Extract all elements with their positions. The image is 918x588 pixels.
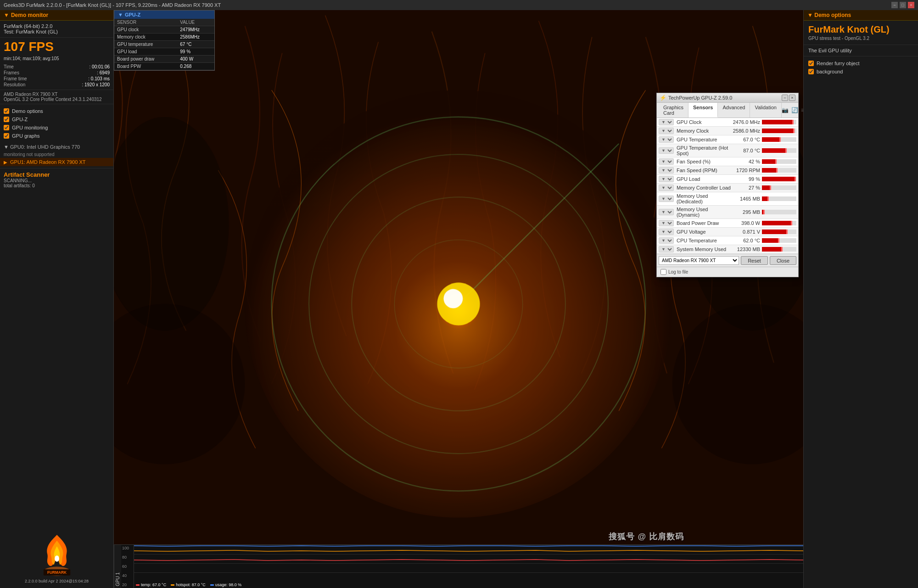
y-axis: 100 80 60 40 20 <box>121 545 134 588</box>
tpu-sensor-dropdown[interactable]: ▼ <box>659 167 674 174</box>
option-background-label: background <box>817 69 843 74</box>
tpu-sensor-row: ▼ GPU Load 99 % <box>657 175 798 184</box>
title-bar: Geeks3D FurMark 2.2.0.0 - [FurMark Knot … <box>0 0 918 10</box>
tpu-toolbar-icons: 📷 🔄 ≡ <box>782 103 803 118</box>
close-button[interactable]: × <box>908 2 914 8</box>
center-area: ▼ GPU-Z SENSOR VALUE GPU clock2479MHzMem… <box>114 10 803 588</box>
tpu-sensor-dropdown[interactable]: ▼ <box>659 147 674 154</box>
tpu-sensor-name: ▼ Memory Controller Load <box>659 185 732 191</box>
tpu-sensor-value: 27 % <box>732 185 762 190</box>
tpu-tab-validation[interactable]: Validation <box>750 103 782 118</box>
bottom-graph: GPU 1 100 80 60 40 20 <box>114 544 803 588</box>
artifact-status: SCANNING... <box>4 178 110 183</box>
stat-time: Time : 00:01:06 <box>4 64 110 70</box>
window-buttons: − □ × <box>891 2 914 8</box>
tpu-bar-container <box>762 230 796 234</box>
checkbox-demo-options[interactable]: Demo options <box>4 107 110 115</box>
tpu-bar <box>762 168 778 173</box>
evil-gpu-label: The Evil GPU utility <box>804 45 918 56</box>
tpu-bar <box>762 247 783 252</box>
version-text: FurMark (64-bit) 2.2.0 <box>4 23 110 29</box>
right-panel-arrow: ▼ <box>807 12 813 18</box>
logo-area: FURMARK 2.2.0.0 build Apr 2 2024@15:04:2… <box>0 526 113 588</box>
tpu-sensor-dropdown[interactable]: ▼ <box>659 229 674 235</box>
tpu-bar <box>762 185 771 190</box>
gpu0-header[interactable]: ▼ GPU0: Intel UHD Graphics 770 <box>0 143 113 151</box>
tpu-bar-container <box>762 177 796 181</box>
tpu-log-checkbox-area: Log to file <box>661 269 688 275</box>
tpu-bar <box>762 159 777 164</box>
gpu-info: AMD Radeon RX 7900 XT OpenGL 3.2 Core Pr… <box>0 90 113 104</box>
tpu-bar <box>762 221 792 225</box>
legend-hotspot: hotspot: 87.0 °C <box>171 582 206 587</box>
tpu-sensor-row: ▼ Memory Clock 2586.0 MHz <box>657 127 798 135</box>
tpu-sensor-name: ▼ GPU Load <box>659 176 732 182</box>
tpu-close-btn[interactable]: × <box>789 95 795 101</box>
tpu-sensor-dropdown[interactable]: ▼ <box>659 119 674 125</box>
tpu-window-title: TechPowerUp GPU-Z 2.59.0 <box>668 95 732 101</box>
tpu-sensor-name: ▼ GPU Temperature <box>659 136 732 143</box>
checkbox-gpu-monitoring[interactable]: GPU monitoring <box>4 123 110 132</box>
tpu-bar-container <box>762 137 796 142</box>
tpu-bar-peak <box>793 129 795 133</box>
tpu-sensor-dropdown[interactable]: ▼ <box>659 128 674 134</box>
tpu-bar-container <box>762 120 796 124</box>
tpu-sensor-dropdown[interactable]: ▼ <box>659 237 674 244</box>
tpu-sensor-value: 1465 MB <box>732 196 762 202</box>
tpu-bar-container <box>762 247 796 252</box>
checkbox-gpuz[interactable]: GPU-Z <box>4 115 110 123</box>
tpu-sensor-value: 67.0 °C <box>732 137 762 142</box>
tpu-bar-peak <box>767 196 769 201</box>
option-render-furry[interactable]: Render furry object <box>808 59 913 67</box>
tpu-tab-graphics-card[interactable]: Graphics Card <box>659 103 688 118</box>
tpu-sensor-dropdown[interactable]: ▼ <box>659 220 674 226</box>
tpu-sensor-value: 398.0 W <box>732 220 762 226</box>
gpu1-header[interactable]: ▶ GPU1: AMD Radeon RX 7900 XT <box>0 158 113 166</box>
legend-area: temp: 67.0 °C hotspot: 87.0 °C usage: 98… <box>134 582 803 588</box>
gpuz-row: Board PPW0.268 <box>114 63 214 70</box>
tpu-select-row: AMD Radeon RX 7900 XT Reset Close <box>657 254 798 267</box>
right-panel: ▼ Demo options FurMark Knot (GL) GPU str… <box>803 10 918 588</box>
fps-display: 107 FPS <box>0 38 113 55</box>
tpu-title-left: ⚡ TechPowerUp GPU-Z 2.59.0 <box>660 95 732 101</box>
minimize-button[interactable]: − <box>891 2 898 8</box>
tpu-sensor-dropdown[interactable]: ▼ <box>659 136 674 143</box>
tpu-tab-sensors[interactable]: Sensors <box>688 103 718 118</box>
tpu-sensor-dropdown[interactable]: ▼ <box>659 196 674 202</box>
hotspot-color-dot <box>171 584 174 586</box>
tpu-sensor-name: ▼ Memory Clock <box>659 128 732 134</box>
gpuz-title: GPU-Z <box>125 12 140 17</box>
tpu-reset-btn[interactable]: Reset <box>741 256 768 265</box>
tpu-sensor-dropdown[interactable]: ▼ <box>659 185 674 191</box>
tpu-sensor-row: ▼ GPU Temperature (Hot Spot) 87.0 °C <box>657 144 798 157</box>
left-panel: ▼ Demo monitor FurMark (64-bit) 2.2.0 Te… <box>0 10 114 588</box>
tpu-log-checkbox[interactable] <box>661 269 666 275</box>
tpu-sensor-value: 0.871 V <box>732 229 762 235</box>
option-background[interactable]: background <box>808 67 913 76</box>
tpu-sensor-row: ▼ Memory Controller Load 27 % <box>657 184 798 192</box>
tpu-sensor-dropdown[interactable]: ▼ <box>659 158 674 165</box>
tpu-sensor-value: 2476.0 MHz <box>732 119 762 125</box>
tpu-bar-peak <box>786 230 788 234</box>
stat-resolution: Resolution : 1920 x 1200 <box>4 82 110 88</box>
tpu-bar-peak <box>779 137 781 142</box>
demo-info: FurMark (64-bit) 2.2.0 Test: FurMark Kno… <box>0 21 113 38</box>
gpuz-header: ▼ GPU-Z <box>114 11 214 19</box>
tpu-sensor-row: ▼ CPU Temperature 62.0 °C <box>657 236 798 245</box>
tpu-gpu-select[interactable]: AMD Radeon RX 7900 XT <box>659 256 739 265</box>
tpu-camera-icon[interactable]: 📷 <box>782 107 789 113</box>
tpu-bar <box>762 210 765 214</box>
tpu-footer: Log to file <box>657 267 798 277</box>
tpu-close-btn-bottom[interactable]: Close <box>770 256 796 265</box>
checkbox-gpu-graphs[interactable]: GPU graphs <box>4 132 110 140</box>
right-panel-title: Demo options <box>814 12 851 18</box>
tpu-sensor-dropdown[interactable]: ▼ <box>659 209 674 215</box>
tpu-sensor-dropdown[interactable]: ▼ <box>659 246 674 252</box>
tpu-tab-advanced[interactable]: Advanced <box>718 103 750 118</box>
tpu-minimize-btn[interactable]: − <box>782 95 788 101</box>
tpu-menu-icon[interactable]: ≡ <box>801 107 803 113</box>
tpu-sensor-dropdown[interactable]: ▼ <box>659 176 674 182</box>
maximize-button[interactable]: □ <box>900 2 906 8</box>
fur-background <box>114 10 803 544</box>
tpu-refresh-icon[interactable]: 🔄 <box>791 107 798 113</box>
